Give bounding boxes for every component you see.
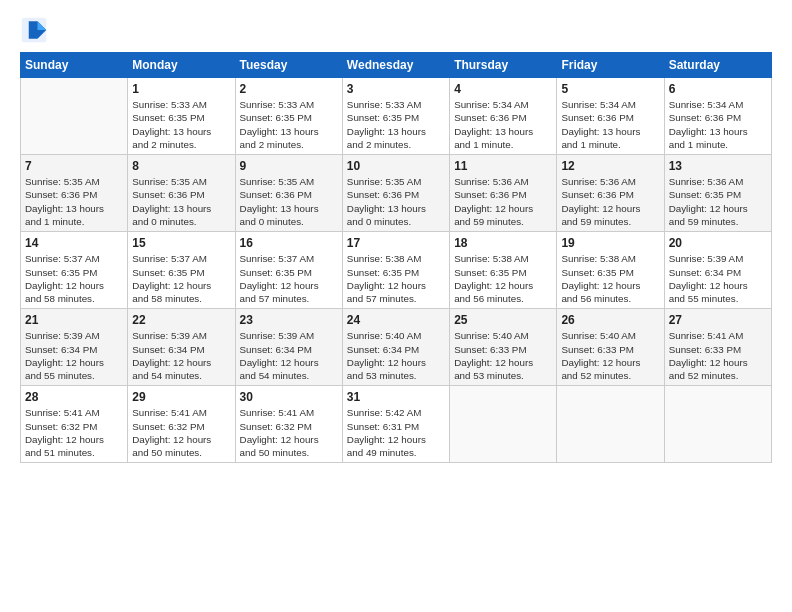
day-number: 30 — [240, 389, 338, 405]
day-number: 3 — [347, 81, 445, 97]
day-info: Sunrise: 5:39 AM Sunset: 6:34 PM Dayligh… — [25, 329, 123, 382]
calendar-cell: 10Sunrise: 5:35 AM Sunset: 6:36 PM Dayli… — [342, 155, 449, 232]
calendar-cell: 3Sunrise: 5:33 AM Sunset: 6:35 PM Daylig… — [342, 78, 449, 155]
calendar-cell: 1Sunrise: 5:33 AM Sunset: 6:35 PM Daylig… — [128, 78, 235, 155]
calendar-cell — [557, 386, 664, 463]
weekday-header: Wednesday — [342, 53, 449, 78]
day-info: Sunrise: 5:39 AM Sunset: 6:34 PM Dayligh… — [240, 329, 338, 382]
calendar-cell: 24Sunrise: 5:40 AM Sunset: 6:34 PM Dayli… — [342, 309, 449, 386]
day-info: Sunrise: 5:38 AM Sunset: 6:35 PM Dayligh… — [561, 252, 659, 305]
calendar-cell: 11Sunrise: 5:36 AM Sunset: 6:36 PM Dayli… — [450, 155, 557, 232]
day-number: 21 — [25, 312, 123, 328]
day-number: 28 — [25, 389, 123, 405]
logo-icon — [20, 16, 48, 44]
calendar-cell: 2Sunrise: 5:33 AM Sunset: 6:35 PM Daylig… — [235, 78, 342, 155]
day-number: 8 — [132, 158, 230, 174]
weekday-header: Monday — [128, 53, 235, 78]
calendar-cell: 29Sunrise: 5:41 AM Sunset: 6:32 PM Dayli… — [128, 386, 235, 463]
calendar-week-row: 1Sunrise: 5:33 AM Sunset: 6:35 PM Daylig… — [21, 78, 772, 155]
calendar-cell: 9Sunrise: 5:35 AM Sunset: 6:36 PM Daylig… — [235, 155, 342, 232]
day-number: 15 — [132, 235, 230, 251]
calendar-cell: 21Sunrise: 5:39 AM Sunset: 6:34 PM Dayli… — [21, 309, 128, 386]
day-number: 4 — [454, 81, 552, 97]
weekday-header: Thursday — [450, 53, 557, 78]
calendar-week-row: 14Sunrise: 5:37 AM Sunset: 6:35 PM Dayli… — [21, 232, 772, 309]
day-info: Sunrise: 5:35 AM Sunset: 6:36 PM Dayligh… — [25, 175, 123, 228]
day-info: Sunrise: 5:34 AM Sunset: 6:36 PM Dayligh… — [454, 98, 552, 151]
day-number: 25 — [454, 312, 552, 328]
calendar-cell: 7Sunrise: 5:35 AM Sunset: 6:36 PM Daylig… — [21, 155, 128, 232]
calendar-cell: 17Sunrise: 5:38 AM Sunset: 6:35 PM Dayli… — [342, 232, 449, 309]
day-number: 2 — [240, 81, 338, 97]
day-info: Sunrise: 5:40 AM Sunset: 6:33 PM Dayligh… — [561, 329, 659, 382]
day-info: Sunrise: 5:35 AM Sunset: 6:36 PM Dayligh… — [240, 175, 338, 228]
day-number: 12 — [561, 158, 659, 174]
calendar-cell: 13Sunrise: 5:36 AM Sunset: 6:35 PM Dayli… — [664, 155, 771, 232]
calendar-cell: 15Sunrise: 5:37 AM Sunset: 6:35 PM Dayli… — [128, 232, 235, 309]
page: SundayMondayTuesdayWednesdayThursdayFrid… — [0, 0, 792, 612]
calendar-cell: 4Sunrise: 5:34 AM Sunset: 6:36 PM Daylig… — [450, 78, 557, 155]
calendar-cell: 27Sunrise: 5:41 AM Sunset: 6:33 PM Dayli… — [664, 309, 771, 386]
day-number: 16 — [240, 235, 338, 251]
calendar-cell: 20Sunrise: 5:39 AM Sunset: 6:34 PM Dayli… — [664, 232, 771, 309]
day-info: Sunrise: 5:36 AM Sunset: 6:36 PM Dayligh… — [561, 175, 659, 228]
calendar-cell: 12Sunrise: 5:36 AM Sunset: 6:36 PM Dayli… — [557, 155, 664, 232]
day-info: Sunrise: 5:42 AM Sunset: 6:31 PM Dayligh… — [347, 406, 445, 459]
day-info: Sunrise: 5:33 AM Sunset: 6:35 PM Dayligh… — [347, 98, 445, 151]
day-info: Sunrise: 5:36 AM Sunset: 6:35 PM Dayligh… — [669, 175, 767, 228]
day-number: 11 — [454, 158, 552, 174]
day-number: 20 — [669, 235, 767, 251]
day-info: Sunrise: 5:35 AM Sunset: 6:36 PM Dayligh… — [347, 175, 445, 228]
day-info: Sunrise: 5:38 AM Sunset: 6:35 PM Dayligh… — [347, 252, 445, 305]
day-number: 17 — [347, 235, 445, 251]
calendar-cell: 19Sunrise: 5:38 AM Sunset: 6:35 PM Dayli… — [557, 232, 664, 309]
day-info: Sunrise: 5:34 AM Sunset: 6:36 PM Dayligh… — [669, 98, 767, 151]
calendar-cell: 23Sunrise: 5:39 AM Sunset: 6:34 PM Dayli… — [235, 309, 342, 386]
day-info: Sunrise: 5:41 AM Sunset: 6:32 PM Dayligh… — [132, 406, 230, 459]
day-number: 27 — [669, 312, 767, 328]
day-number: 6 — [669, 81, 767, 97]
day-number: 13 — [669, 158, 767, 174]
calendar-cell: 5Sunrise: 5:34 AM Sunset: 6:36 PM Daylig… — [557, 78, 664, 155]
day-info: Sunrise: 5:39 AM Sunset: 6:34 PM Dayligh… — [132, 329, 230, 382]
calendar-cell: 22Sunrise: 5:39 AM Sunset: 6:34 PM Dayli… — [128, 309, 235, 386]
day-info: Sunrise: 5:38 AM Sunset: 6:35 PM Dayligh… — [454, 252, 552, 305]
day-info: Sunrise: 5:40 AM Sunset: 6:33 PM Dayligh… — [454, 329, 552, 382]
calendar-cell — [450, 386, 557, 463]
calendar-cell: 18Sunrise: 5:38 AM Sunset: 6:35 PM Dayli… — [450, 232, 557, 309]
day-number: 10 — [347, 158, 445, 174]
day-number: 1 — [132, 81, 230, 97]
calendar-table: SundayMondayTuesdayWednesdayThursdayFrid… — [20, 52, 772, 463]
day-number: 26 — [561, 312, 659, 328]
calendar-cell: 16Sunrise: 5:37 AM Sunset: 6:35 PM Dayli… — [235, 232, 342, 309]
header — [20, 16, 772, 44]
day-number: 9 — [240, 158, 338, 174]
day-info: Sunrise: 5:33 AM Sunset: 6:35 PM Dayligh… — [132, 98, 230, 151]
calendar-header-row: SundayMondayTuesdayWednesdayThursdayFrid… — [21, 53, 772, 78]
day-info: Sunrise: 5:33 AM Sunset: 6:35 PM Dayligh… — [240, 98, 338, 151]
calendar-cell: 8Sunrise: 5:35 AM Sunset: 6:36 PM Daylig… — [128, 155, 235, 232]
day-info: Sunrise: 5:37 AM Sunset: 6:35 PM Dayligh… — [25, 252, 123, 305]
day-number: 19 — [561, 235, 659, 251]
day-info: Sunrise: 5:34 AM Sunset: 6:36 PM Dayligh… — [561, 98, 659, 151]
day-info: Sunrise: 5:35 AM Sunset: 6:36 PM Dayligh… — [132, 175, 230, 228]
calendar-cell — [664, 386, 771, 463]
calendar-cell: 25Sunrise: 5:40 AM Sunset: 6:33 PM Dayli… — [450, 309, 557, 386]
weekday-header: Tuesday — [235, 53, 342, 78]
weekday-header: Friday — [557, 53, 664, 78]
day-number: 31 — [347, 389, 445, 405]
calendar-cell: 28Sunrise: 5:41 AM Sunset: 6:32 PM Dayli… — [21, 386, 128, 463]
day-info: Sunrise: 5:41 AM Sunset: 6:32 PM Dayligh… — [240, 406, 338, 459]
day-info: Sunrise: 5:37 AM Sunset: 6:35 PM Dayligh… — [132, 252, 230, 305]
calendar-week-row: 28Sunrise: 5:41 AM Sunset: 6:32 PM Dayli… — [21, 386, 772, 463]
calendar-cell: 14Sunrise: 5:37 AM Sunset: 6:35 PM Dayli… — [21, 232, 128, 309]
calendar-cell — [21, 78, 128, 155]
weekday-header: Sunday — [21, 53, 128, 78]
day-info: Sunrise: 5:37 AM Sunset: 6:35 PM Dayligh… — [240, 252, 338, 305]
day-number: 23 — [240, 312, 338, 328]
calendar-week-row: 21Sunrise: 5:39 AM Sunset: 6:34 PM Dayli… — [21, 309, 772, 386]
calendar-week-row: 7Sunrise: 5:35 AM Sunset: 6:36 PM Daylig… — [21, 155, 772, 232]
logo — [20, 16, 52, 44]
day-number: 18 — [454, 235, 552, 251]
day-info: Sunrise: 5:36 AM Sunset: 6:36 PM Dayligh… — [454, 175, 552, 228]
